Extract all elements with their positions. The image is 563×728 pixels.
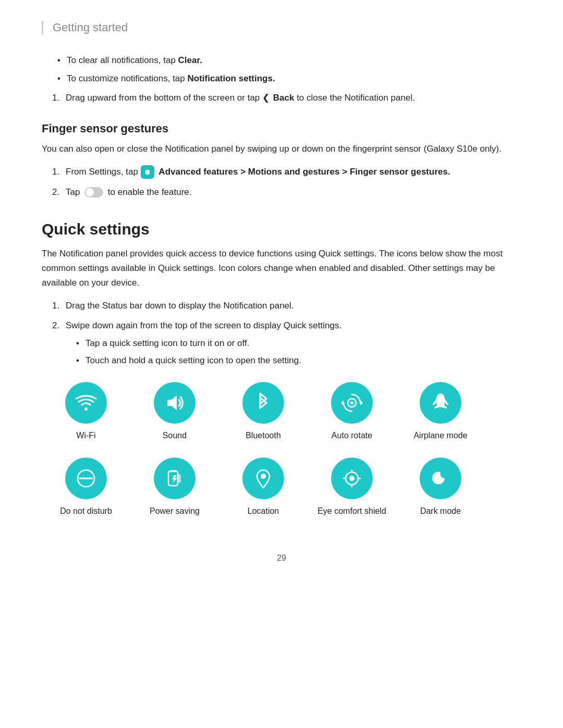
icon-item-sound: Sound (130, 382, 219, 441)
autorotate-label: Auto rotate (332, 430, 372, 441)
finger-sensor-step1: From Settings, tap Advanced features > M… (52, 165, 521, 179)
svg-rect-11 (178, 474, 181, 483)
eyecomfort-icon-circle (331, 458, 373, 499)
quick-settings-body: The Notification panel provides quick ac… (42, 246, 521, 290)
quick-settings-heading: Quick settings (42, 220, 521, 238)
sound-icon (163, 391, 186, 414)
sub-bullet-hold: Touch and hold a quick setting icon to o… (76, 353, 521, 367)
icon-item-wifi: Wi-Fi (42, 382, 130, 441)
icon-item-powersaving: Power saving (130, 458, 219, 517)
eyecomfort-label: Eye comfort shield (317, 505, 386, 517)
header-title: Getting started (53, 21, 128, 34)
sub-bullet-tap: Tap a quick setting icon to turn it on o… (76, 336, 521, 350)
toggle-icon (84, 187, 103, 198)
finger-sensor-steps: From Settings, tap Advanced features > M… (52, 165, 521, 199)
location-icon-circle (242, 458, 284, 499)
location-icon (252, 467, 275, 490)
svg-point-1 (84, 408, 88, 411)
svg-point-14 (349, 476, 354, 481)
quick-settings-steps: Drag the Status bar down to display the … (52, 299, 521, 367)
icon-item-darkmode: Dark mode (396, 458, 485, 517)
darkmode-label: Dark mode (420, 505, 461, 517)
quick-sub-bullets: Tap a quick setting icon to turn it on o… (76, 336, 521, 367)
icon-item-donotdisturb: Do not disturb (42, 458, 130, 517)
powersaving-icon-circle (154, 458, 195, 499)
icon-item-location: Location (219, 458, 308, 517)
autorotate-icon-circle (331, 382, 373, 424)
wifi-label: Wi-Fi (76, 430, 95, 441)
finger-sensor-body: You can also open or close the Notificat… (42, 142, 521, 156)
bluetooth-icon (252, 391, 275, 414)
bluetooth-label: Bluetooth (246, 430, 281, 441)
powersaving-icon (163, 467, 186, 490)
svg-point-12 (261, 474, 266, 479)
eyecomfort-icon (340, 467, 363, 490)
wifi-icon-circle (65, 382, 107, 424)
svg-rect-10 (170, 470, 176, 472)
page-header: Getting started (42, 21, 521, 34)
darkmode-icon (429, 467, 452, 490)
svg-marker-5 (360, 400, 363, 405)
svg-point-4 (350, 401, 353, 404)
svg-marker-2 (167, 396, 177, 410)
top-numbered-list: Drag upward from the bottom of the scree… (52, 91, 521, 105)
powersaving-label: Power saving (150, 505, 200, 517)
donotdisturb-label: Do not disturb (60, 505, 112, 517)
step-back: Drag upward from the bottom of the scree… (52, 91, 521, 105)
airplane-label: Airplane mode (413, 430, 467, 441)
finger-sensor-heading: Finger sensor gestures (42, 122, 521, 135)
back-chevron-icon: ❮ (262, 91, 270, 105)
top-bullets: To clear all notifications, tap Clear. T… (57, 53, 521, 85)
gear-icon (141, 165, 154, 179)
autorotate-icon (340, 391, 363, 414)
bullet-customize: To customize notifications, tap Notifica… (57, 71, 521, 85)
quick-step2: Swipe down again from the top of the scr… (52, 318, 521, 367)
location-label: Location (248, 505, 279, 517)
icon-item-airplane: Airplane mode (396, 382, 485, 441)
icon-item-autorotate: Auto rotate (308, 382, 396, 441)
finger-sensor-step2: Tap to enable the feature. (52, 185, 521, 200)
donotdisturb-icon-circle (65, 458, 107, 499)
sound-icon-circle (154, 382, 195, 424)
quick-step1: Drag the Status bar down to display the … (52, 299, 521, 313)
bullet-clear: To clear all notifications, tap Clear. (57, 53, 521, 67)
darkmode-icon-circle (420, 458, 461, 499)
wifi-icon (75, 391, 97, 414)
airplane-icon-circle (420, 382, 461, 424)
icon-item-bluetooth: Bluetooth (219, 382, 308, 441)
icon-item-eyecomfort: Eye comfort shield (308, 458, 396, 517)
quick-icons-grid: Wi-Fi Sound Bluetooth (42, 382, 521, 533)
airplane-icon (429, 391, 452, 414)
donotdisturb-icon (75, 467, 97, 490)
svg-marker-6 (341, 400, 344, 405)
page-number: 29 (42, 553, 521, 563)
sound-label: Sound (163, 430, 187, 441)
bluetooth-icon-circle (242, 382, 284, 424)
